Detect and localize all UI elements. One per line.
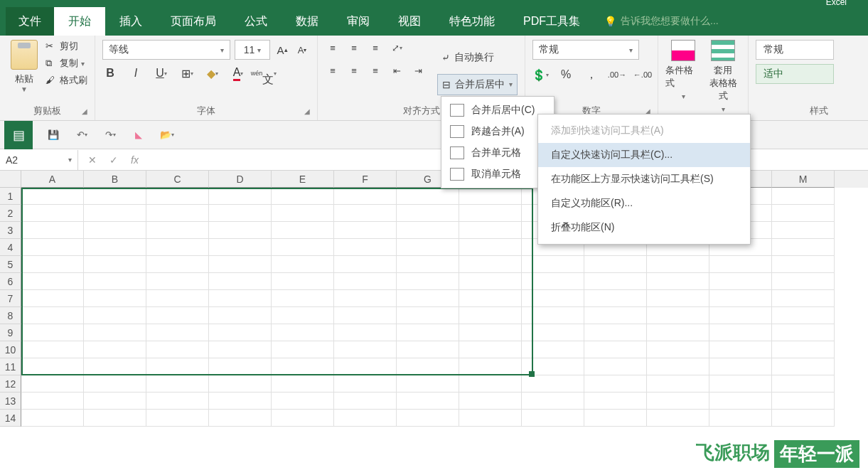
bold-button[interactable]: B [102, 65, 118, 81]
cell-style-good[interactable]: 适中 [756, 64, 834, 84]
cell[interactable] [272, 273, 334, 290]
cell[interactable] [584, 307, 647, 324]
cell[interactable] [397, 410, 459, 427]
cell[interactable] [522, 341, 584, 358]
cell[interactable] [709, 324, 772, 341]
row-header[interactable]: 12 [0, 375, 21, 393]
row-header[interactable]: 6 [0, 273, 21, 290]
col-header[interactable]: D [209, 171, 272, 188]
cell[interactable] [522, 256, 584, 273]
decrease-decimal-button[interactable]: ←.00 [635, 67, 650, 82]
cell[interactable] [272, 222, 334, 239]
tell-me-search[interactable]: 💡 告诉我您想要做什么... [604, 15, 719, 28]
comma-button[interactable]: ， [584, 67, 599, 82]
row-header[interactable]: 3 [0, 222, 21, 239]
cell[interactable] [459, 393, 522, 410]
cell[interactable] [584, 358, 647, 375]
copy-button[interactable]: ⧉复制▾ [45, 57, 87, 70]
cell[interactable] [459, 188, 522, 205]
font-color-button[interactable]: A▾ [230, 65, 246, 81]
row-header[interactable]: 10 [0, 341, 21, 358]
cell[interactable] [84, 324, 146, 341]
select-all-corner[interactable] [0, 171, 21, 188]
tab-special[interactable]: 特色功能 [435, 7, 509, 36]
cell[interactable] [709, 410, 772, 427]
cell[interactable] [772, 324, 835, 341]
cell[interactable] [459, 375, 522, 393]
increase-font-icon[interactable]: A▴ [274, 42, 290, 58]
cell[interactable] [772, 358, 835, 375]
row-header[interactable]: 11 [0, 358, 21, 375]
tab-pdf[interactable]: PDF工具集 [509, 7, 594, 36]
tab-review[interactable]: 审阅 [333, 7, 384, 36]
tab-insert[interactable]: 插入 [105, 7, 156, 36]
qat-app-button[interactable]: ▤ [4, 121, 33, 149]
cell[interactable] [209, 324, 272, 341]
cell[interactable] [397, 393, 459, 410]
cell[interactable] [397, 239, 459, 256]
cancel-formula-icon[interactable]: ✕ [88, 154, 97, 166]
cell[interactable] [772, 273, 835, 290]
cell[interactable] [84, 341, 146, 358]
cell[interactable] [272, 256, 334, 273]
cell[interactable] [459, 341, 522, 358]
tab-home[interactable]: 开始 [54, 7, 105, 36]
cell[interactable] [146, 188, 209, 205]
cell[interactable] [647, 375, 709, 393]
increase-decimal-button[interactable]: .00→ [609, 67, 625, 82]
qat-undo-button[interactable]: ↶▾ [74, 127, 90, 143]
cell[interactable] [209, 410, 272, 427]
cell[interactable] [522, 307, 584, 324]
merge-center-button[interactable]: ⊟合并后居中▾ [437, 74, 518, 95]
cell[interactable] [709, 358, 772, 375]
cell[interactable] [772, 375, 835, 393]
enter-formula-icon[interactable]: ✓ [109, 154, 118, 166]
cell[interactable] [84, 256, 146, 273]
cell[interactable] [397, 341, 459, 358]
cell[interactable] [146, 205, 209, 222]
number-format-selector[interactable]: 常规▾ [532, 40, 639, 60]
cell[interactable] [459, 239, 522, 256]
cell[interactable] [522, 358, 584, 375]
row-header[interactable]: 8 [0, 307, 21, 324]
cell[interactable] [647, 273, 709, 290]
cell[interactable] [584, 375, 647, 393]
cell[interactable] [647, 290, 709, 307]
cut-button[interactable]: ✂剪切 [45, 40, 87, 53]
cell[interactable] [459, 290, 522, 307]
cell[interactable] [272, 324, 334, 341]
align-center-button[interactable]: ≡ [346, 63, 362, 78]
clipboard-dialog-launcher[interactable]: ◢ [82, 107, 92, 117]
cell[interactable] [709, 273, 772, 290]
row-header[interactable]: 2 [0, 205, 21, 222]
cell[interactable] [84, 410, 146, 427]
cell[interactable] [584, 324, 647, 341]
cell[interactable] [334, 341, 397, 358]
cell[interactable] [334, 358, 397, 375]
cell[interactable] [397, 188, 459, 205]
col-header[interactable]: A [21, 171, 84, 188]
cell[interactable] [272, 375, 334, 393]
col-header[interactable]: F [334, 171, 397, 188]
cell[interactable] [334, 410, 397, 427]
cell[interactable] [647, 307, 709, 324]
ctx-qat-above[interactable]: 在功能区上方显示快速访问工具栏(S) [538, 167, 750, 191]
cell[interactable] [21, 393, 84, 410]
cell[interactable] [709, 290, 772, 307]
cell[interactable] [84, 307, 146, 324]
cell[interactable] [584, 290, 647, 307]
ctx-custom-qat[interactable]: 自定义快速访问工具栏(C)... [538, 143, 750, 167]
cell[interactable] [84, 375, 146, 393]
font-name-selector[interactable]: 等线▾ [102, 40, 230, 60]
cell[interactable] [584, 256, 647, 273]
cell[interactable] [709, 341, 772, 358]
qat-eraser-button[interactable]: ◣ [131, 127, 146, 143]
cell[interactable] [272, 410, 334, 427]
align-right-button[interactable]: ≡ [368, 63, 383, 78]
cell[interactable] [209, 307, 272, 324]
cell-style-normal[interactable]: 常规 [756, 40, 834, 60]
qat-save-button[interactable]: 💾 [45, 127, 61, 143]
cell[interactable] [84, 205, 146, 222]
cell[interactable] [459, 307, 522, 324]
cell[interactable] [709, 307, 772, 324]
